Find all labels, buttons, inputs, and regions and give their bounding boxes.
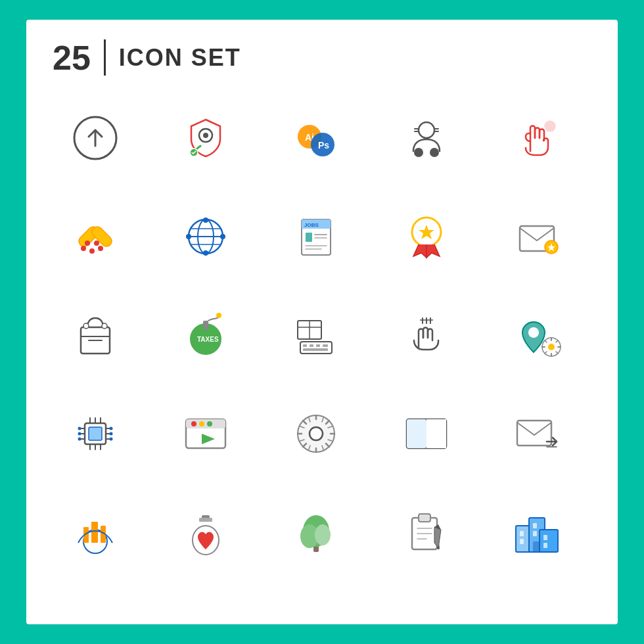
svg-point-65 — [548, 344, 555, 350]
tree-nature-icon[interactable] — [273, 490, 359, 575]
svg-rect-106 — [199, 518, 212, 522]
svg-rect-96 — [407, 419, 426, 448]
forward-mail-icon[interactable] — [494, 391, 580, 476]
hand-gesture-icon[interactable] — [384, 292, 469, 378]
svg-rect-50 — [102, 323, 107, 329]
browser-play-icon[interactable] — [163, 391, 248, 476]
svg-rect-53 — [203, 321, 208, 330]
svg-rect-112 — [419, 514, 430, 522]
keyboard-book-icon[interactable] — [273, 292, 359, 378]
svg-rect-59 — [310, 344, 313, 347]
svg-rect-119 — [540, 530, 558, 552]
header: 25 ICON SET — [53, 39, 591, 76]
svg-point-32 — [220, 234, 225, 239]
svg-point-84 — [110, 432, 113, 436]
global-network-icon[interactable] — [163, 194, 248, 279]
svg-rect-67 — [89, 427, 102, 440]
header-title: ICON SET — [119, 44, 241, 72]
svg-rect-124 — [543, 535, 547, 540]
jobs-paper-icon[interactable]: JOBS — [273, 194, 359, 279]
bandages-icon[interactable] — [53, 194, 138, 279]
svg-rect-122 — [533, 523, 537, 528]
person-circle-icon[interactable] — [384, 95, 469, 181]
svg-point-19 — [81, 246, 86, 251]
svg-point-90 — [207, 421, 212, 426]
svg-point-3 — [203, 133, 208, 138]
svg-text:Ps: Ps — [318, 140, 329, 150]
svg-point-63 — [528, 327, 539, 338]
award-badge-icon[interactable] — [384, 194, 469, 279]
svg-rect-62 — [303, 348, 328, 351]
security-shield-icon[interactable] — [163, 95, 248, 181]
location-gear-icon[interactable] — [494, 292, 580, 378]
upload-circle-icon[interactable] — [53, 95, 138, 181]
svg-point-29 — [203, 218, 208, 223]
svg-rect-98 — [426, 419, 446, 448]
svg-rect-57 — [300, 342, 332, 354]
city-globe-icon[interactable] — [53, 490, 138, 575]
svg-point-14 — [414, 148, 423, 157]
svg-rect-121 — [520, 539, 524, 544]
shopping-bag-icon[interactable] — [53, 292, 138, 378]
svg-point-15 — [430, 148, 439, 157]
svg-rect-36 — [306, 233, 312, 242]
svg-point-88 — [191, 421, 196, 426]
star-mail-icon[interactable] — [494, 194, 580, 279]
svg-point-21 — [98, 246, 103, 251]
icons-grid: Ai Ps — [53, 95, 591, 575]
svg-rect-123 — [533, 531, 537, 536]
svg-rect-60 — [316, 344, 320, 347]
svg-point-30 — [203, 250, 208, 256]
svg-point-31 — [186, 234, 191, 239]
svg-point-16 — [545, 121, 555, 131]
svg-point-81 — [78, 432, 81, 436]
header-number: 25 — [53, 41, 91, 75]
svg-point-9 — [419, 122, 434, 138]
svg-text:TAXES: TAXES — [197, 336, 219, 343]
svg-point-54 — [216, 313, 221, 318]
svg-rect-102 — [91, 522, 98, 543]
svg-point-110 — [315, 524, 331, 545]
svg-rect-49 — [83, 323, 89, 329]
heart-bottle-icon[interactable] — [163, 490, 248, 575]
main-card: 25 ICON SET — [26, 20, 618, 624]
tax-bomb-icon[interactable]: TAXES — [163, 292, 248, 378]
buildings-icon[interactable] — [494, 490, 580, 575]
svg-rect-58 — [303, 344, 307, 347]
header-divider — [104, 39, 106, 76]
svg-rect-126 — [533, 541, 540, 552]
hand-stop-icon[interactable] — [494, 95, 580, 181]
svg-rect-120 — [520, 531, 524, 536]
split-panel-icon[interactable] — [384, 391, 469, 476]
svg-rect-125 — [543, 543, 547, 548]
svg-point-89 — [199, 421, 204, 426]
svg-point-83 — [110, 427, 113, 430]
svg-point-93 — [310, 427, 323, 440]
svg-point-22 — [85, 241, 90, 246]
svg-point-82 — [78, 438, 81, 441]
cpu-chip-icon[interactable] — [53, 391, 138, 476]
svg-point-85 — [110, 438, 113, 441]
clipboard-pen-icon[interactable] — [384, 490, 469, 575]
settings-gear-icon[interactable] — [273, 391, 359, 476]
svg-rect-61 — [323, 344, 328, 347]
svg-point-20 — [89, 248, 95, 254]
adobe-tools-icon[interactable]: Ai Ps — [273, 95, 359, 181]
svg-point-80 — [78, 427, 81, 430]
svg-text:JOBS: JOBS — [304, 222, 319, 228]
svg-point-23 — [94, 241, 99, 246]
